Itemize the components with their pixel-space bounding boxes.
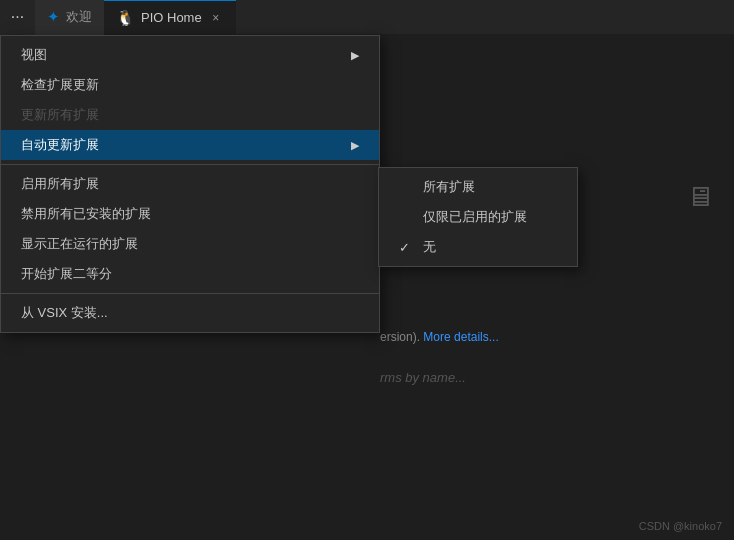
menu-item-auto-update-label: 自动更新扩展: [21, 136, 99, 154]
tab-welcome-label: 欢迎: [66, 8, 92, 26]
tab-menu-button[interactable]: ···: [0, 0, 35, 35]
tab-pio-home-label: PIO Home: [141, 10, 202, 25]
submenu-item-all-check: [399, 180, 415, 195]
pio-icon: 🐧: [116, 9, 135, 27]
submenu-item-enabled-only-label: 仅限已启用的扩展: [423, 208, 527, 226]
submenu-item-enabled-check: [399, 210, 415, 225]
tab-bar: ··· ✦ 欢迎 🐧 PIO Home ×: [0, 0, 734, 35]
menu-item-view-label: 视图: [21, 46, 47, 64]
menu-item-enable-all-label: 启用所有扩展: [21, 175, 99, 193]
submenu-item-all-extensions-label: 所有扩展: [423, 178, 475, 196]
tab-pio-home[interactable]: 🐧 PIO Home ×: [104, 0, 236, 35]
tab-welcome[interactable]: ✦ 欢迎: [35, 0, 104, 35]
menu-item-install-vsix[interactable]: 从 VSIX 安装...: [1, 298, 379, 328]
tab-close-button[interactable]: ×: [208, 10, 224, 26]
submenu-auto-update: 所有扩展 仅限已启用的扩展 ✓ 无: [378, 167, 578, 267]
menu-item-update-all: 更新所有扩展: [1, 100, 379, 130]
menu-item-install-vsix-label: 从 VSIX 安装...: [21, 304, 108, 322]
menu-item-auto-update[interactable]: 自动更新扩展 ▶: [1, 130, 379, 160]
submenu-item-none-label: 无: [423, 238, 436, 256]
menu-separator-1: [1, 164, 379, 165]
menu-item-enable-all[interactable]: 启用所有扩展: [1, 169, 379, 199]
menu-item-update-all-label: 更新所有扩展: [21, 106, 99, 124]
menu-item-auto-update-chevron: ▶: [351, 139, 359, 152]
version-text-area: ersion). More details...: [380, 330, 714, 344]
menu-item-show-running-label: 显示正在运行的扩展: [21, 235, 138, 253]
menu-item-view[interactable]: 视图 ▶: [1, 40, 379, 70]
version-prefix: ersion).: [380, 330, 420, 344]
menu-item-bisect[interactable]: 开始扩展二等分: [1, 259, 379, 289]
menu-item-bisect-label: 开始扩展二等分: [21, 265, 112, 283]
submenu-item-none[interactable]: ✓ 无: [379, 232, 577, 262]
search-area: rms by name...: [380, 370, 714, 385]
menu-item-show-running[interactable]: 显示正在运行的扩展: [1, 229, 379, 259]
menu-item-disable-all[interactable]: 禁用所有已安装的扩展: [1, 199, 379, 229]
submenu-item-enabled-only[interactable]: 仅限已启用的扩展: [379, 202, 577, 232]
main-dropdown-menu: 视图 ▶ 检查扩展更新 更新所有扩展 自动更新扩展 ▶ 启用所有扩展 禁用所有已…: [0, 35, 380, 333]
watermark: CSDN @kinoko7: [639, 520, 722, 532]
more-details-link[interactable]: More details...: [423, 330, 498, 344]
search-placeholder-text: rms by name...: [380, 370, 466, 385]
submenu-item-none-check: ✓: [399, 240, 415, 255]
menu-item-view-chevron: ▶: [351, 49, 359, 62]
menu-separator-2: [1, 293, 379, 294]
menu-item-check-updates-label: 检查扩展更新: [21, 76, 99, 94]
menu-item-disable-all-label: 禁用所有已安装的扩展: [21, 205, 151, 223]
monitor-icon: 🖥: [686, 181, 714, 212]
submenu-item-all-extensions[interactable]: 所有扩展: [379, 172, 577, 202]
vscode-icon: ✦: [47, 8, 60, 26]
monitor-area: 🖥: [686, 180, 714, 213]
menu-item-check-updates[interactable]: 检查扩展更新: [1, 70, 379, 100]
